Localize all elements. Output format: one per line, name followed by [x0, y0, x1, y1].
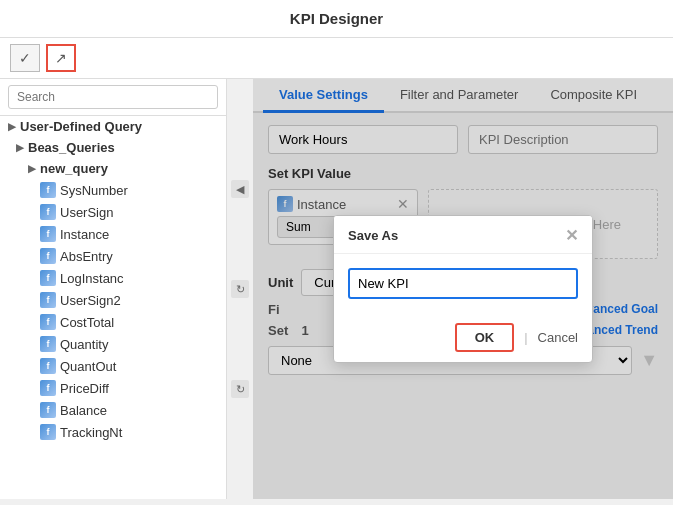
tree-arrow-icon: ▶	[16, 142, 24, 153]
tree-item-label: CostTotal	[60, 315, 114, 330]
nav-arrow-mid[interactable]: ↻	[231, 280, 249, 298]
tree-item-label: PriceDiff	[60, 381, 109, 396]
modal-cancel-button[interactable]: Cancel	[538, 330, 578, 345]
tree-item-label: AbsEntry	[60, 249, 113, 264]
modal-footer: OK | Cancel	[334, 313, 592, 362]
tree-item[interactable]: fBalance	[0, 399, 226, 421]
field-icon: f	[40, 226, 56, 242]
tree-item[interactable]: fCostTotal	[0, 311, 226, 333]
nav-arrow-up[interactable]: ◀	[231, 180, 249, 198]
tree-item-label: LogInstanc	[60, 271, 124, 286]
modal-separator: |	[524, 330, 527, 345]
field-icon: f	[40, 402, 56, 418]
tree-item-label: UserSign	[60, 205, 113, 220]
tree-item-label: Instance	[60, 227, 109, 242]
search-area	[0, 79, 226, 116]
field-icon: f	[40, 336, 56, 352]
field-icon: f	[40, 248, 56, 264]
tree-container: ▶User-Defined Query▶Beas_Queries▶new_que…	[0, 116, 226, 443]
field-icon: f	[40, 270, 56, 286]
tree-item-label: SysNumber	[60, 183, 128, 198]
toolbar: ✓ ↗	[0, 38, 673, 79]
tree-item[interactable]: fLogInstanc	[0, 267, 226, 289]
arrow-button[interactable]: ↗	[46, 44, 76, 72]
modal-close-button[interactable]: ✕	[565, 226, 578, 245]
tree-item[interactable]: fSysNumber	[0, 179, 226, 201]
tree-item[interactable]: fPriceDiff	[0, 377, 226, 399]
field-icon: f	[40, 380, 56, 396]
modal-header: Save As ✕	[334, 216, 592, 254]
modal-name-input[interactable]	[348, 268, 578, 299]
tree-item[interactable]: fQuantOut	[0, 355, 226, 377]
modal-body	[334, 254, 592, 313]
tree-item[interactable]: fUserSign	[0, 201, 226, 223]
tree-item[interactable]: ▶new_query	[0, 158, 226, 179]
modal-ok-button[interactable]: OK	[455, 323, 515, 352]
main-layout: ▶User-Defined Query▶Beas_Queries▶new_que…	[0, 79, 673, 499]
tree-item-label: QuantOut	[60, 359, 116, 374]
field-icon: f	[40, 314, 56, 330]
tree-arrow-icon: ▶	[8, 121, 16, 132]
tree-item-label: User-Defined Query	[20, 119, 142, 134]
field-icon: f	[40, 424, 56, 440]
tree-item[interactable]: fTrackingNt	[0, 421, 226, 443]
tree-item[interactable]: fInstance	[0, 223, 226, 245]
tree-item-label: UserSign2	[60, 293, 121, 308]
tree-item[interactable]: ▶Beas_Queries	[0, 137, 226, 158]
field-icon: f	[40, 292, 56, 308]
tree-arrow-icon: ▶	[28, 163, 36, 174]
tree-item[interactable]: ▶User-Defined Query	[0, 116, 226, 137]
side-arrows: ◀ ↻ ↻	[227, 79, 253, 499]
field-icon: f	[40, 182, 56, 198]
tree-item-label: Beas_Queries	[28, 140, 115, 155]
right-panel: Value SettingsFilter and ParameterCompos…	[253, 79, 673, 499]
modal-title: Save As	[348, 228, 398, 243]
tree-item-label: new_query	[40, 161, 108, 176]
check-button[interactable]: ✓	[10, 44, 40, 72]
tree-item-label: Quantity	[60, 337, 108, 352]
tree-item[interactable]: fUserSign2	[0, 289, 226, 311]
field-icon: f	[40, 358, 56, 374]
modal-dialog: Save As ✕ OK | Cancel	[333, 215, 593, 363]
tree-item[interactable]: fAbsEntry	[0, 245, 226, 267]
page-title: KPI Designer	[0, 0, 673, 38]
tree-item-label: Balance	[60, 403, 107, 418]
search-input[interactable]	[8, 85, 218, 109]
tree-item-label: TrackingNt	[60, 425, 122, 440]
tree-item[interactable]: fQuantity	[0, 333, 226, 355]
modal-overlay: Save As ✕ OK | Cancel	[253, 79, 673, 499]
field-icon: f	[40, 204, 56, 220]
sidebar: ▶User-Defined Query▶Beas_Queries▶new_que…	[0, 79, 227, 499]
nav-arrow-down[interactable]: ↻	[231, 380, 249, 398]
